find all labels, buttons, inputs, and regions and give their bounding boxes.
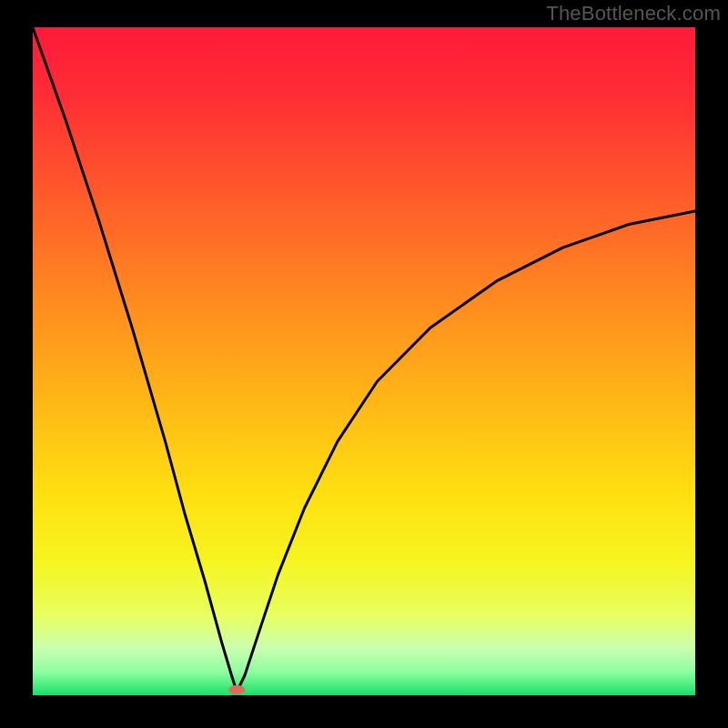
watermark-text: TheBottleneck.com [546,2,721,25]
bottleneck-curve-chart [0,0,728,728]
optimal-point-marker-shape [228,685,245,694]
plot-area [33,27,695,695]
chart-frame: TheBottleneck.com [0,0,728,728]
optimal-point-marker [228,685,245,694]
